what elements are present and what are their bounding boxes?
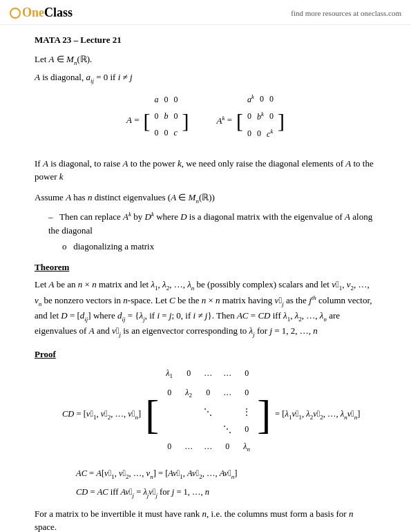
matrix-Ak-label: Ak = — [217, 113, 233, 127]
line2: A is diagonal, aij = 0 if i ≠ j — [35, 70, 376, 86]
lecture-title: MATA 23 – Lecture 21 — [35, 33, 376, 47]
rank-note: For a matrix to be invertible it must ha… — [35, 507, 376, 532]
assume-line: Assume A has n distinct eigenvalues (A ∈… — [35, 191, 376, 206]
logo-one: One — [22, 6, 44, 20]
proof-bracket-right: ] — [257, 397, 271, 433]
cd-label: CD = [v⃗1, v⃗2, …, v⃗n] — [62, 408, 141, 422]
matrix-Ak: Ak = [ ak00 0bk0 00ck ] — [217, 93, 285, 149]
proof-heading: Proof — [35, 348, 376, 361]
bracket-left-A: [ — [144, 111, 151, 130]
logo-class: Class — [44, 6, 73, 20]
proof-equals-right: = [λ1v⃗1, λ2v⃗2, …, λnv⃗n] — [275, 408, 360, 422]
matrix-A-values: a00 0b0 00c — [155, 93, 178, 143]
header: OneClass find more resources at oneclass… — [0, 0, 411, 25]
diagonal-note: If A is diagonal, to raise A to the powe… — [35, 157, 376, 184]
bracket-left-Ak: [ — [236, 111, 243, 130]
theorem-body: Let A be an n × n matrix and let λ1, λ2,… — [35, 278, 376, 339]
theorem-heading: Theorem — [35, 260, 376, 274]
proof-cd-block: CD = [v⃗1, v⃗2, …, v⃗n] [ λ1 0 … … 0 0 λ… — [62, 367, 376, 463]
matrix-Ak-values: ak00 0bk0 00ck — [247, 93, 274, 144]
bracket-right-A: ] — [182, 111, 189, 130]
bracket-right-Ak: ] — [278, 111, 285, 130]
header-tagline: find more resources at oneclass.com — [291, 9, 401, 17]
logo-circle-icon — [10, 8, 21, 19]
matrix-display: A = [ a00 0b0 00c ] Ak = [ ak00 0bk0 00c… — [35, 93, 376, 153]
main-content: MATA 23 – Lecture 21 Let A ∈ Mn(ℝ). A is… — [0, 25, 411, 532]
proof-matrix-D: λ1 0 … … 0 0 λ2 0 … 0 ⋱ ⋮ — [163, 367, 253, 459]
line1: Let A ∈ Mn(ℝ). — [35, 53, 376, 68]
cd-line2: CD = AC iff Av⃗j = λjv⃗j for j = 1, …, n — [76, 486, 376, 500]
ac-line: AC = A[v⃗1, v⃗2, …, vn] = [Av⃗1, Av⃗2, …… — [76, 467, 376, 482]
matrix-A-label: A = — [126, 113, 140, 127]
bullet2: o diagonalizing a matrix — [62, 240, 376, 254]
bullet1: – Then can replace Ak by Dk where D is a… — [48, 210, 376, 237]
logo: OneClass — [10, 6, 73, 20]
matrix-A: A = [ a00 0b0 00c ] — [126, 93, 189, 147]
proof-bracket-left: [ — [145, 397, 159, 433]
